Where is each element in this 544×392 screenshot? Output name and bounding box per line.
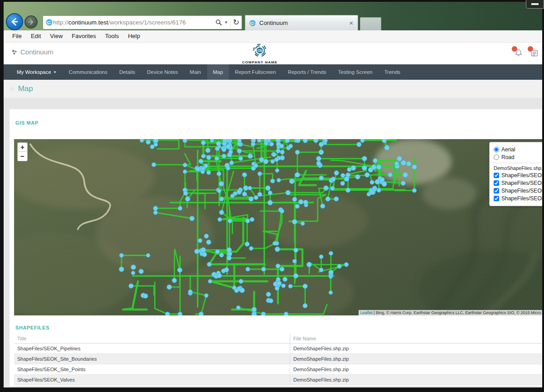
nav-details[interactable]: Details bbox=[113, 64, 141, 80]
minimize-icon bbox=[531, 3, 539, 5]
notification-badge bbox=[527, 46, 534, 52]
column-title: Title bbox=[14, 336, 290, 341]
zoom-in-button[interactable]: + bbox=[18, 143, 27, 152]
menu-tools[interactable]: Tools bbox=[101, 30, 123, 42]
nav-reports-trends[interactable]: Reports / Trends bbox=[282, 64, 332, 80]
map-zoom-control: + − bbox=[17, 142, 28, 161]
checkbox-site-points[interactable] bbox=[494, 188, 499, 194]
radio-aerial[interactable] bbox=[494, 147, 499, 152]
nav-my-workspace[interactable]: My Workspace ▾ bbox=[10, 64, 63, 80]
cell-title: ShapeFiles/SEOK_Pipelines bbox=[14, 346, 290, 351]
breadcrumb: ☆ Map bbox=[4, 80, 542, 98]
table-row[interactable]: ShapeFiles/SEOK_Site_Boundaries DemoShap… bbox=[14, 354, 542, 364]
cell-title: ShapeFiles/SEOK_Site_Points bbox=[14, 367, 290, 372]
gis-panel: GIS MAP bbox=[9, 109, 542, 387]
nav-map[interactable]: Map bbox=[207, 64, 229, 80]
arrow-left-icon bbox=[10, 17, 19, 26]
zoom-out-button[interactable]: − bbox=[18, 152, 27, 161]
company-logo: CN COMPANY NAME bbox=[242, 44, 277, 64]
search-icon[interactable] bbox=[215, 19, 222, 26]
cell-title: ShapeFiles/SEOK_Site_Boundaries bbox=[14, 356, 290, 362]
cell-file: DemoShapeFiles.shp.zip bbox=[290, 375, 542, 385]
table-header: Title File Name bbox=[14, 334, 542, 344]
refresh-icon[interactable]: ↻ bbox=[233, 19, 239, 26]
cell-file: DemoShapeFiles.shp.zip bbox=[290, 344, 542, 353]
new-tab-button[interactable] bbox=[360, 17, 381, 30]
url-dropdown-icon[interactable]: ▼ bbox=[224, 21, 228, 24]
nav-report-fullscreen[interactable]: Report Fullscreen bbox=[229, 64, 282, 80]
nav-trends[interactable]: Trends bbox=[379, 64, 406, 80]
nav-main[interactable]: Main bbox=[184, 64, 207, 80]
notifications-bell[interactable] bbox=[514, 48, 525, 58]
divider bbox=[230, 18, 231, 27]
leaflet-link[interactable]: Leaflet bbox=[360, 310, 373, 315]
basemap-option-road[interactable]: Road bbox=[494, 154, 542, 160]
ie-icon bbox=[45, 19, 53, 26]
gis-map[interactable]: + − Aerial Road DemoShapeFiles.shp.zip bbox=[14, 139, 542, 315]
web-page: Continuum CN COMPANY NAME bbox=[4, 43, 542, 387]
checkbox-label: ShapeFiles/SEOK_Pipelines bbox=[501, 172, 542, 179]
overlay-site-boundaries[interactable]: ShapeFiles/SEOK_Site_Boundaries bbox=[494, 180, 542, 186]
overlay-valves[interactable]: ShapeFiles/SEOK_Valves bbox=[494, 195, 542, 202]
window-minimize-button[interactable] bbox=[526, 0, 544, 9]
browser-menubar: File Edit View Favorites Tools Help bbox=[4, 30, 542, 43]
shapefiles-section-title: SHAPEFILES bbox=[15, 325, 49, 330]
nav-communications[interactable]: Communications bbox=[63, 64, 113, 80]
table-row[interactable]: ShapeFiles/SEOK_Site_Points DemoShapeFil… bbox=[14, 364, 542, 375]
gis-map-section-title: GIS MAP bbox=[15, 120, 39, 126]
brand-continuum[interactable]: Continuum bbox=[11, 48, 53, 56]
tab-title: Continuum bbox=[259, 19, 345, 26]
app-navbar: My Workspace ▾ Communications Details De… bbox=[4, 64, 542, 80]
url-text[interactable]: http://continuum.test/workspaces/1/scree… bbox=[53, 19, 215, 26]
menu-help[interactable]: Help bbox=[123, 30, 145, 42]
column-file-name: File Name bbox=[290, 334, 542, 344]
satellite-basemap bbox=[14, 139, 542, 315]
radio-road[interactable] bbox=[494, 155, 499, 160]
menu-edit[interactable]: Edit bbox=[26, 30, 45, 42]
favorite-star-icon[interactable]: ☆ bbox=[10, 86, 15, 92]
radio-label: Road bbox=[501, 154, 515, 160]
checkbox-pipelines[interactable] bbox=[494, 173, 499, 178]
company-emblem-icon: CN bbox=[252, 44, 267, 58]
shapefiles-table: Title File Name ShapeFiles/SEOK_Pipeline… bbox=[14, 334, 542, 385]
checkbox-label: ShapeFiles/SEOK_Site_Boundaries bbox=[501, 180, 542, 186]
map-layer-control: Aerial Road DemoShapeFiles.shp.zip Shape… bbox=[489, 142, 542, 206]
checkbox-valves[interactable] bbox=[494, 196, 499, 201]
radio-label: Aerial bbox=[501, 146, 515, 153]
overlay-group-label: DemoShapeFiles.shp.zip bbox=[494, 165, 542, 171]
cell-file: DemoShapeFiles.shp.zip bbox=[290, 364, 542, 374]
cell-title: ShapeFiles/SEOK_Valves bbox=[14, 377, 290, 382]
ie-icon bbox=[249, 19, 256, 27]
logo-caption: COMPANY NAME bbox=[242, 60, 277, 64]
attribution-text: | Bing, © Harris Corp, Earthstar Geograp… bbox=[374, 310, 541, 315]
notification-badge bbox=[511, 46, 518, 52]
nav-testing-screen[interactable]: Testing Screen bbox=[332, 64, 379, 80]
address-bar[interactable]: http://continuum.test/workspaces/1/scree… bbox=[43, 15, 242, 29]
table-row[interactable]: ShapeFiles/SEOK_Pipelines DemoShapeFiles… bbox=[14, 344, 542, 354]
nav-device-notes[interactable]: Device Notes bbox=[141, 64, 184, 80]
overlay-pipelines[interactable]: ShapeFiles/SEOK_Pipelines bbox=[494, 172, 542, 179]
table-row[interactable]: ShapeFiles/SEOK_Valves DemoShapeFiles.sh… bbox=[14, 375, 542, 385]
basemap-option-aerial[interactable]: Aerial bbox=[494, 146, 542, 153]
brand-cluster-icon bbox=[11, 49, 18, 55]
tab-close-icon[interactable]: × bbox=[348, 19, 354, 27]
overlay-site-points[interactable]: ShapeFiles/SEOK_Site_Points bbox=[494, 188, 542, 194]
map-attribution: Leaflet | Bing, © Harris Corp, Earthstar… bbox=[359, 310, 542, 315]
menu-file[interactable]: File bbox=[8, 30, 26, 42]
app-header: Continuum CN COMPANY NAME bbox=[4, 43, 542, 64]
nav-label: My Workspace bbox=[17, 64, 51, 80]
menu-view[interactable]: View bbox=[45, 30, 67, 42]
menu-favorites[interactable]: Favorites bbox=[67, 30, 100, 42]
arrow-right-icon bbox=[28, 19, 34, 25]
page-content: GIS MAP bbox=[4, 98, 542, 387]
browser-back-button[interactable] bbox=[6, 13, 23, 30]
activity-list-button[interactable] bbox=[530, 48, 541, 58]
checkbox-site-boundaries[interactable] bbox=[494, 180, 499, 186]
cell-file: DemoShapeFiles.shp.zip bbox=[290, 354, 542, 364]
checkbox-label: ShapeFiles/SEOK_Site_Points bbox=[501, 188, 542, 194]
browser-forward-button[interactable] bbox=[24, 15, 38, 29]
checkbox-label: ShapeFiles/SEOK_Valves bbox=[501, 195, 542, 202]
browser-tab-continuum[interactable]: Continuum × bbox=[245, 15, 358, 30]
logo-monogram: CN bbox=[257, 49, 262, 52]
divider bbox=[492, 163, 542, 163]
